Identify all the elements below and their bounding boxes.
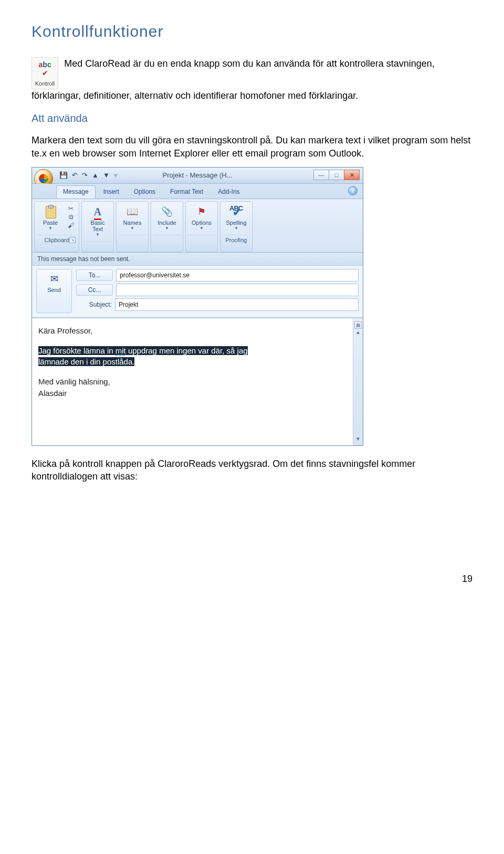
- group-proofing: ABC ✔ Spelling ▼ Proofing: [220, 201, 253, 252]
- spelling-icon: ABC ✔: [229, 205, 243, 218]
- chevron-down-icon: ▼: [234, 226, 238, 232]
- sel-part-a: Jag försökte lämna in: [38, 346, 116, 355]
- group-clipboard-label: Clipboard ↘: [37, 235, 77, 245]
- chevron-down-icon: ▼: [130, 226, 134, 232]
- group-include-label: [153, 235, 181, 245]
- tab-options[interactable]: Options: [127, 185, 162, 199]
- clipboard-label-text: Clipboard: [44, 237, 69, 243]
- sel-line-2: lämnade den i din postlåda.: [38, 357, 134, 366]
- group-proofing-label: Proofing: [223, 235, 250, 245]
- options-label: Options: [192, 220, 212, 226]
- send-button[interactable]: ✉ Send: [36, 269, 72, 313]
- ruler-toggle-icon[interactable]: ▦: [354, 321, 362, 329]
- flag-icon: ⚑: [195, 205, 208, 218]
- include-button[interactable]: 📎 Include ▼: [153, 204, 181, 233]
- to-button[interactable]: To...: [76, 269, 113, 281]
- include-label: Include: [158, 220, 176, 226]
- address-book-icon: 📖: [125, 205, 139, 218]
- send-label: Send: [47, 287, 61, 293]
- window-buttons: — □ ✕: [313, 170, 360, 180]
- group-include: 📎 Include ▼: [151, 201, 183, 252]
- chevron-down-icon: ▼: [165, 226, 169, 232]
- format-painter-icon[interactable]: 🖌: [66, 222, 76, 229]
- sel-part-c: uppdrag men ingen var där, så jag: [126, 346, 248, 355]
- check-icon: ✔: [35, 68, 55, 78]
- paperclip-icon: 📎: [160, 205, 174, 218]
- close-button[interactable]: ✕: [344, 170, 360, 180]
- message-body[interactable]: Kära Professor, Jag försökte lämna in mi…: [32, 318, 363, 445]
- body-selected-text: Jag försökte lämna in mit uppdrag men in…: [38, 346, 356, 367]
- info-bar: This message has not been sent.: [32, 253, 363, 266]
- paste-button[interactable]: Paste ▼: [37, 204, 64, 233]
- minimize-button[interactable]: —: [313, 170, 329, 180]
- scroll-down-icon[interactable]: ▼: [355, 435, 361, 443]
- page-number: 19: [32, 572, 472, 585]
- chevron-down-icon: ▼: [96, 232, 100, 238]
- chevron-down-icon: ▼: [48, 226, 52, 232]
- group-basic-text-label: [84, 241, 111, 252]
- ribbon: Paste ▼ ✂ ⧉ 🖌 Clipboard ↘ A Basic Text: [32, 199, 363, 253]
- kontroll-icon-label: Kontroll: [35, 80, 55, 88]
- clipboard-mini: ✂ ⧉ 🖌: [65, 204, 77, 233]
- scroll-up-icon[interactable]: ▲: [355, 329, 361, 336]
- tab-insert[interactable]: Insert: [97, 185, 126, 199]
- sub-heading: Att använda: [32, 111, 472, 126]
- copy-icon[interactable]: ⧉: [66, 213, 76, 221]
- group-options: ⚑ Options ▼: [185, 201, 218, 252]
- page-title: Kontrollfunktioner: [32, 21, 472, 43]
- ribbon-tabs: Message Insert Options Format Text Add-I…: [32, 184, 363, 199]
- subject-label: Subject:: [76, 300, 112, 309]
- qat-prev-icon[interactable]: ▲: [92, 171, 99, 180]
- qat-save-icon[interactable]: 💾: [59, 171, 68, 180]
- sel-misspelled: mit: [116, 346, 126, 355]
- group-names: 📖 Names ▼: [116, 201, 149, 252]
- quick-access-toolbar: 💾 ↶ ↷ ▲ ▼ ▾: [59, 171, 118, 180]
- message-header: ✉ Send To... Cc... Subject:: [32, 266, 363, 318]
- window-title: Projekt - Message (H...: [163, 171, 233, 180]
- body-greeting: Kära Professor,: [38, 326, 356, 336]
- names-label: Names: [123, 220, 142, 226]
- tab-format-text[interactable]: Format Text: [163, 185, 210, 199]
- group-options-label: [188, 235, 215, 245]
- qat-next-icon[interactable]: ▼: [103, 171, 110, 180]
- group-clipboard: Paste ▼ ✂ ⧉ 🖌 Clipboard ↘: [34, 201, 79, 252]
- dialog-launcher-icon[interactable]: ↘: [69, 237, 76, 243]
- intro-paragraph: abc ✔ Kontroll Med ClaroRead är du en en…: [32, 57, 472, 102]
- intro-text: Med ClaroRead är du en enda knapp som du…: [32, 58, 435, 101]
- maximize-button[interactable]: □: [329, 170, 344, 180]
- spelling-button[interactable]: ABC ✔ Spelling ▼: [223, 204, 250, 233]
- paragraph-2: Klicka på kontroll knappen på ClaroroRea…: [32, 457, 472, 483]
- spelling-label: Spelling: [226, 220, 246, 226]
- options-button[interactable]: ⚑ Options ▼: [188, 204, 215, 233]
- subject-field[interactable]: [115, 298, 359, 311]
- tab-addins[interactable]: Add-Ins: [211, 185, 246, 199]
- group-names-label: [119, 235, 146, 245]
- titlebar: 💾 ↶ ↷ ▲ ▼ ▾ Projekt - Message (H... — □ …: [32, 168, 363, 184]
- basic-text-button[interactable]: A Basic Text ▼: [84, 204, 111, 239]
- paste-icon: [44, 205, 57, 218]
- body-signature: Alasdair: [38, 388, 356, 399]
- qat-dropdown-icon[interactable]: ▾: [114, 171, 118, 180]
- chevron-down-icon: ▼: [200, 226, 204, 232]
- envelope-icon: ✉: [39, 273, 69, 285]
- kontroll-icon: abc ✔ Kontroll: [32, 57, 58, 90]
- outlook-window: 💾 ↶ ↷ ▲ ▼ ▾ Projekt - Message (H... — □ …: [32, 167, 363, 446]
- group-basic-text: A Basic Text ▼: [81, 201, 114, 252]
- qat-undo-icon[interactable]: ↶: [72, 171, 78, 180]
- paragraph-1: Markera den text som du vill göra en sta…: [32, 134, 472, 160]
- basic-text-label: Basic Text: [91, 220, 105, 232]
- body-closing: Med vänlig hälsning,: [38, 377, 356, 387]
- letter-a-icon: A: [94, 205, 101, 219]
- body-scrollbar[interactable]: ▦ ▲ ▼: [353, 318, 363, 445]
- qat-redo-icon[interactable]: ↷: [82, 171, 88, 180]
- cut-icon[interactable]: ✂: [66, 205, 76, 212]
- help-button[interactable]: ?: [348, 186, 358, 195]
- cc-field[interactable]: [116, 284, 359, 296]
- tab-message[interactable]: Message: [56, 185, 96, 199]
- paste-label: Paste: [43, 220, 58, 226]
- cc-button[interactable]: Cc...: [76, 284, 113, 296]
- to-field[interactable]: [116, 269, 359, 282]
- names-button[interactable]: 📖 Names ▼: [119, 204, 146, 233]
